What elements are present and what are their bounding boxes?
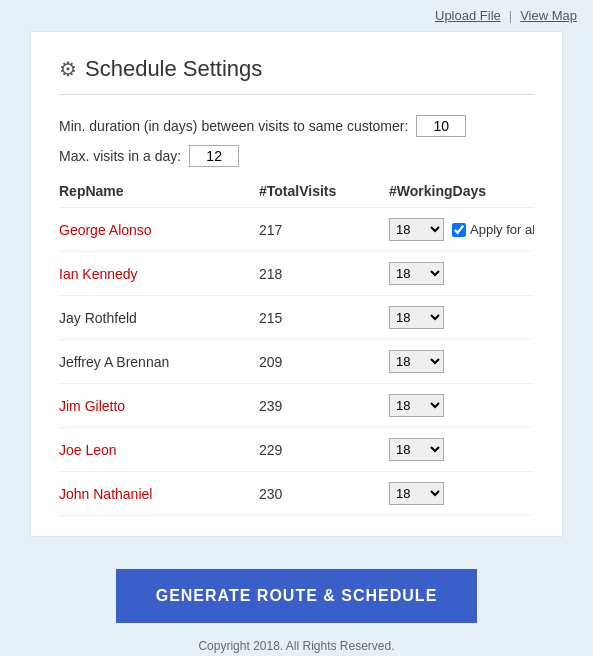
table-row: Jeffrey A Brennan209181716151420 [59, 340, 534, 384]
total-visits: 217 [259, 222, 389, 238]
working-days-select[interactable]: 181716151420 [389, 262, 444, 285]
page-title: Schedule Settings [85, 56, 262, 82]
rep-name: Jim Giletto [59, 398, 259, 414]
working-days-cell: 181716151420 [389, 394, 534, 417]
min-duration-row: Min. duration (in days) between visits t… [59, 115, 534, 137]
working-days-cell: 181716151420 [389, 438, 534, 461]
table-row: Jay Rothfeld215181716151420 [59, 296, 534, 340]
generate-btn-container: GENERATE ROUTE & SCHEDULE [0, 553, 593, 631]
working-days-select[interactable]: 181716151420 [389, 350, 444, 373]
working-days-cell: 181716151420Apply for all [389, 218, 534, 241]
working-days-select[interactable]: 181716151420 [389, 306, 444, 329]
table-row: Jim Giletto239181716151420 [59, 384, 534, 428]
total-visits: 229 [259, 442, 389, 458]
apply-for-all-checkbox[interactable] [452, 223, 466, 237]
working-days-cell: 181716151420 [389, 482, 534, 505]
rep-name: Jay Rothfeld [59, 310, 259, 326]
rep-name: Joe Leon [59, 442, 259, 458]
max-visits-label: Max. visits in a day: [59, 148, 181, 164]
rep-name: John Nathaniel [59, 486, 259, 502]
generate-route-button[interactable]: GENERATE ROUTE & SCHEDULE [116, 569, 478, 623]
col-working-days: #WorkingDays [389, 183, 534, 199]
footer: Copyright 2018. All Rights Reserved. [0, 631, 593, 656]
working-days-cell: 181716151420 [389, 350, 534, 373]
upload-file-link[interactable]: Upload File [435, 8, 501, 23]
working-days-select[interactable]: 181716151420 [389, 394, 444, 417]
section-title: ⚙ Schedule Settings [59, 56, 534, 95]
table-row: John Nathaniel230181716151420 [59, 472, 534, 516]
total-visits: 230 [259, 486, 389, 502]
total-visits: 209 [259, 354, 389, 370]
view-map-link[interactable]: View Map [520, 8, 577, 23]
table-header: RepName #TotalVisits #WorkingDays [59, 183, 534, 208]
total-visits: 239 [259, 398, 389, 414]
table-row: George Alonso217181716151420Apply for al… [59, 208, 534, 252]
col-total-visits: #TotalVisits [259, 183, 389, 199]
max-visits-row: Max. visits in a day: [59, 145, 534, 167]
table-row: Joe Leon229181716151420 [59, 428, 534, 472]
top-bar: Upload File | View Map [0, 0, 593, 31]
apply-for-all-label[interactable]: Apply for all [452, 222, 534, 237]
gear-icon: ⚙ [59, 57, 77, 81]
working-days-cell: 181716151420 [389, 306, 534, 329]
apply-for-all-text: Apply for all [470, 222, 534, 237]
max-visits-input[interactable] [189, 145, 239, 167]
copyright-text: Copyright 2018. All Rights Reserved. [198, 639, 394, 653]
working-days-cell: 181716151420 [389, 262, 534, 285]
rep-name: Ian Kennedy [59, 266, 259, 282]
schedule-table: RepName #TotalVisits #WorkingDays George… [59, 183, 534, 516]
working-days-select[interactable]: 181716151420 [389, 218, 444, 241]
table-scroll-area[interactable]: George Alonso217181716151420Apply for al… [59, 208, 534, 516]
total-visits: 218 [259, 266, 389, 282]
col-rep-name: RepName [59, 183, 259, 199]
total-visits: 215 [259, 310, 389, 326]
separator: | [509, 8, 512, 23]
working-days-select[interactable]: 181716151420 [389, 482, 444, 505]
rep-name: Jeffrey A Brennan [59, 354, 259, 370]
working-days-select[interactable]: 181716151420 [389, 438, 444, 461]
main-card: ⚙ Schedule Settings Min. duration (in da… [30, 31, 563, 537]
rep-name: George Alonso [59, 222, 259, 238]
min-duration-label: Min. duration (in days) between visits t… [59, 118, 408, 134]
table-row: Ian Kennedy218181716151420 [59, 252, 534, 296]
min-duration-input[interactable] [416, 115, 466, 137]
